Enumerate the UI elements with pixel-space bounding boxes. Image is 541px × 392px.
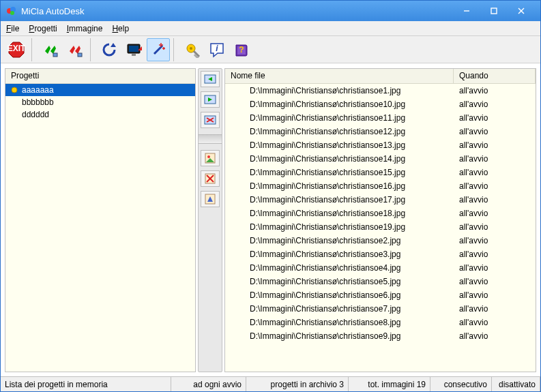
help-book-button[interactable]: ? bbox=[230, 38, 253, 61]
projects-list[interactable]: aaaaaaabbbbbbbdddddd bbox=[5, 84, 195, 372]
project-item[interactable]: dddddd bbox=[5, 108, 195, 121]
svg-text:EXIT: EXIT bbox=[8, 44, 25, 53]
svg-point-38 bbox=[207, 155, 210, 158]
info-button[interactable]: i bbox=[205, 38, 229, 61]
vt-btn-1[interactable] bbox=[201, 71, 220, 87]
file-name: D:\Immagini\Christiansø\christiansoe13.j… bbox=[225, 140, 454, 150]
project-icon bbox=[10, 110, 19, 119]
menu-immagine[interactable]: Immagine bbox=[67, 24, 103, 33]
svg-rect-9 bbox=[53, 53, 57, 57]
settings-button[interactable] bbox=[181, 38, 204, 61]
file-when: all'avvio bbox=[454, 154, 536, 164]
vt-btn-4[interactable] bbox=[201, 150, 220, 166]
project-icon bbox=[10, 97, 19, 107]
vt-btn-3[interactable] bbox=[201, 112, 220, 128]
file-row[interactable]: D:\Immagini\Christiansø\christiansoe4.jp… bbox=[225, 261, 536, 275]
files-header: Nome file Quando bbox=[225, 69, 536, 84]
project-label: aaaaaaa bbox=[22, 85, 54, 95]
file-row[interactable]: D:\Immagini\Christiansø\christiansoe11.j… bbox=[225, 111, 536, 125]
files-list[interactable]: D:\Immagini\Christiansø\christiansoe1.jp… bbox=[225, 84, 536, 372]
file-when: all'avvio bbox=[454, 86, 536, 95]
refresh-button[interactable] bbox=[98, 38, 121, 61]
file-row[interactable]: D:\Immagini\Christiansø\christiansoe6.jp… bbox=[225, 288, 536, 302]
file-row[interactable]: D:\Immagini\Christiansø\christiansoe3.jp… bbox=[225, 247, 536, 261]
project-label: bbbbbbb bbox=[22, 97, 54, 107]
file-name: D:\Immagini\Christiansø\christiansoe3.jp… bbox=[225, 250, 454, 259]
file-name: D:\Immagini\Christiansø\christiansoe1.jp… bbox=[225, 86, 454, 95]
file-name: D:\Immagini\Christiansø\christiansoe2.jp… bbox=[225, 236, 454, 245]
file-row[interactable]: D:\Immagini\Christiansø\christiansoe1.jp… bbox=[225, 84, 536, 97]
svg-rect-14 bbox=[132, 54, 136, 56]
file-row[interactable]: D:\Immagini\Christiansø\christiansoe7.jp… bbox=[225, 302, 536, 316]
connect-green-button[interactable] bbox=[39, 38, 62, 61]
svg-point-22 bbox=[190, 47, 192, 50]
file-when: all'avvio bbox=[454, 140, 536, 150]
file-row[interactable]: D:\Immagini\Christiansø\christiansoe10.j… bbox=[225, 97, 536, 111]
file-row[interactable]: D:\Immagini\Christiansø\christiansoe12.j… bbox=[225, 125, 536, 138]
titlebar: MiCla AutoDesk bbox=[1, 1, 540, 21]
file-row[interactable]: D:\Immagini\Christiansø\christiansoe5.jp… bbox=[225, 275, 536, 288]
files-panel: Nome file Quando D:\Immagini\Christiansø… bbox=[224, 68, 536, 372]
file-when: all'avvio bbox=[454, 168, 536, 177]
file-when: all'avvio bbox=[454, 250, 536, 259]
file-row[interactable]: D:\Immagini\Christiansø\christiansoe8.jp… bbox=[225, 316, 536, 329]
monitor-button[interactable] bbox=[122, 38, 145, 61]
file-name: D:\Immagini\Christiansø\christiansoe17.j… bbox=[225, 195, 454, 205]
col-name[interactable]: Nome file bbox=[225, 69, 454, 83]
file-when: all'avvio bbox=[454, 290, 536, 300]
status-cell-0: Lista dei progetti in memoria bbox=[1, 377, 171, 391]
project-icon bbox=[10, 85, 19, 95]
menu-file[interactable]: File bbox=[6, 24, 19, 33]
file-row[interactable]: D:\Immagini\Christiansø\christiansoe2.jp… bbox=[225, 234, 536, 247]
file-row[interactable]: D:\Immagini\Christiansø\christiansoe19.j… bbox=[225, 220, 536, 234]
file-when: all'avvio bbox=[454, 209, 536, 218]
file-when: all'avvio bbox=[454, 127, 536, 136]
menu-progetti[interactable]: Progetti bbox=[29, 24, 57, 33]
vt-btn-2[interactable] bbox=[201, 91, 220, 108]
file-when: all'avvio bbox=[454, 236, 536, 245]
project-item[interactable]: bbbbbbb bbox=[5, 96, 195, 108]
file-row[interactable]: D:\Immagini\Christiansø\christiansoe17.j… bbox=[225, 193, 536, 207]
menu-help[interactable]: Help bbox=[112, 24, 129, 33]
vt-btn-6[interactable] bbox=[201, 191, 220, 207]
minimize-button[interactable] bbox=[453, 1, 480, 20]
svg-point-29 bbox=[12, 112, 17, 117]
project-item[interactable]: aaaaaaa bbox=[5, 84, 195, 96]
close-button[interactable] bbox=[508, 1, 535, 20]
svg-marker-11 bbox=[111, 43, 116, 47]
file-when: all'avvio bbox=[454, 195, 536, 205]
project-label: dddddd bbox=[22, 110, 49, 119]
file-row[interactable]: D:\Immagini\Christiansø\christiansoe13.j… bbox=[225, 138, 536, 152]
status-cell-4: consecutivo bbox=[430, 377, 492, 391]
svg-point-2 bbox=[10, 11, 14, 15]
exit-button[interactable]: EXIT bbox=[5, 38, 28, 61]
file-name: D:\Immagini\Christiansø\christiansoe15.j… bbox=[225, 168, 454, 177]
projects-panel: Progetti aaaaaaabbbbbbbdddddd bbox=[5, 68, 196, 372]
app-icon bbox=[6, 5, 17, 16]
file-row[interactable]: D:\Immagini\Christiansø\christiansoe16.j… bbox=[225, 179, 536, 193]
magic-wand-button[interactable] bbox=[147, 38, 170, 61]
maximize-button[interactable] bbox=[480, 1, 508, 20]
file-row[interactable]: D:\Immagini\Christiansø\christiansoe14.j… bbox=[225, 152, 536, 166]
vertical-toolbar bbox=[198, 68, 222, 372]
vt-btn-5[interactable] bbox=[201, 170, 220, 187]
file-when: all'avvio bbox=[454, 181, 536, 191]
svg-point-28 bbox=[12, 100, 17, 105]
file-name: D:\Immagini\Christiansø\christiansoe19.j… bbox=[225, 222, 454, 232]
file-row[interactable]: D:\Immagini\Christiansø\christiansoe9.jp… bbox=[225, 329, 536, 343]
workarea: Progetti aaaaaaabbbbbbbdddddd Nome file … bbox=[1, 63, 540, 376]
status-cell-5: disattivato bbox=[492, 377, 540, 391]
svg-rect-10 bbox=[78, 53, 82, 57]
file-when: all'avvio bbox=[454, 277, 536, 286]
file-when: all'avvio bbox=[454, 318, 536, 327]
file-name: D:\Immagini\Christiansø\christiansoe16.j… bbox=[225, 181, 454, 191]
col-when[interactable]: Quando bbox=[454, 69, 536, 83]
file-row[interactable]: D:\Immagini\Christiansø\christiansoe18.j… bbox=[225, 207, 536, 220]
file-when: all'avvio bbox=[454, 222, 536, 232]
menubar: File Progetti Immagine Help bbox=[1, 21, 540, 36]
svg-rect-13 bbox=[129, 46, 138, 52]
connect-red-button[interactable] bbox=[63, 38, 87, 61]
file-row[interactable]: D:\Immagini\Christiansø\christiansoe15.j… bbox=[225, 166, 536, 179]
file-name: D:\Immagini\Christiansø\christiansoe9.jp… bbox=[225, 331, 454, 341]
status-cell-2: progetti in archivio 3 bbox=[246, 377, 349, 391]
